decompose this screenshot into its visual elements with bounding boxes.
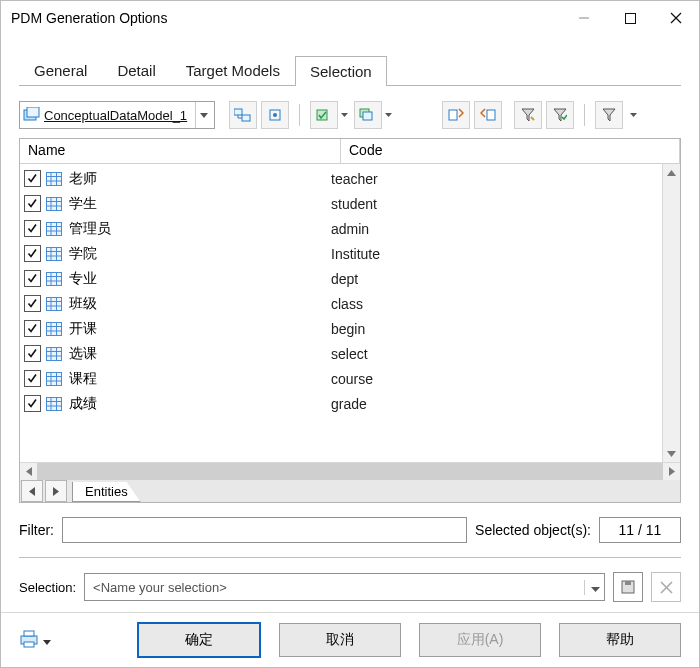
select-all-button[interactable] [310,101,338,129]
row-checkbox[interactable] [24,395,41,412]
row-checkbox[interactable] [24,345,41,362]
svg-marker-86 [43,640,51,645]
svg-rect-22 [47,172,62,185]
select-all-split[interactable] [310,101,350,129]
sheet-next-button[interactable] [45,480,67,502]
save-selection-button[interactable] [613,572,643,602]
filter-tool-button[interactable] [595,101,623,129]
separator [299,104,300,126]
tab-target-models[interactable]: Target Models [171,55,295,85]
object-list: Name Code 老师teacher学生student管理员admin学院In… [19,138,681,503]
dialog-footer: 确定 取消 应用(A) 帮助 [1,612,699,667]
tab-selection[interactable]: Selection [295,56,387,86]
svg-rect-7 [234,109,242,115]
row-checkbox[interactable] [24,220,41,237]
table-row[interactable]: 老师teacher [20,166,680,191]
table-row[interactable]: 课程course [20,366,680,391]
model-combo-label: ConceptualDataModel_1 [44,108,195,123]
refresh-button[interactable] [261,101,289,129]
selection-combo[interactable]: <Name your selection> [84,573,605,601]
use-name-button[interactable] [442,101,470,129]
list-header: Name Code [20,139,680,164]
include-sub-button[interactable] [229,101,257,129]
svg-rect-17 [487,110,495,120]
row-name: 开课 [69,320,331,338]
row-code: teacher [331,171,378,187]
selection-row: Selection: <Name your selection> [19,572,681,602]
sheet-tab-entities[interactable]: Entities [72,482,141,502]
scroll-right-icon[interactable] [663,463,680,480]
chevron-down-icon[interactable] [338,113,350,117]
table-row[interactable]: 学院Institute [20,241,680,266]
filter-edit-button[interactable] [514,101,542,129]
apply-button[interactable]: 应用(A) [419,623,541,657]
filter-apply-button[interactable] [546,101,574,129]
row-name: 班级 [69,295,331,313]
row-name: 选课 [69,345,331,363]
column-code[interactable]: Code [341,139,680,163]
scroll-track[interactable] [37,463,663,480]
deselect-all-button[interactable] [354,101,382,129]
column-name[interactable]: Name [20,139,341,163]
svg-rect-52 [47,322,62,335]
titlebar: PDM Generation Options [1,1,699,35]
table-row[interactable]: 成绩grade [20,391,680,416]
sheet-prev-button[interactable] [21,480,43,502]
entity-icon [45,295,63,313]
row-checkbox[interactable] [24,370,41,387]
table-row[interactable]: 管理员admin [20,216,680,241]
row-code: student [331,196,377,212]
cancel-button[interactable]: 取消 [279,623,401,657]
row-checkbox[interactable] [24,270,41,287]
table-row[interactable]: 开课begin [20,316,680,341]
svg-marker-19 [554,109,566,121]
use-code-button[interactable] [474,101,502,129]
table-row[interactable]: 专业dept [20,266,680,291]
entity-icon [45,220,63,238]
deselect-all-split[interactable] [354,101,394,129]
svg-rect-1 [625,13,635,23]
sheet-bar: Entities [20,480,680,502]
scroll-up-icon[interactable] [663,164,680,181]
row-checkbox[interactable] [24,320,41,337]
svg-rect-80 [625,581,631,585]
print-split-button[interactable] [19,630,51,651]
row-name: 学生 [69,195,331,213]
tab-general[interactable]: General [19,55,102,85]
filter-input[interactable] [62,517,467,543]
svg-rect-9 [270,110,280,120]
row-checkbox[interactable] [24,245,41,262]
tab-detail[interactable]: Detail [102,55,170,85]
ok-button[interactable]: 确定 [137,622,261,658]
horizontal-scrollbar[interactable] [20,462,680,480]
help-button[interactable]: 帮助 [559,623,681,657]
close-button[interactable] [653,3,699,33]
selected-objects-count: 11 / 11 [599,517,681,543]
row-checkbox[interactable] [24,195,41,212]
minimize-button[interactable] [561,3,607,33]
svg-rect-5 [27,107,39,117]
svg-point-10 [273,113,277,117]
svg-marker-78 [591,587,600,592]
scroll-left-icon[interactable] [20,463,37,480]
table-row[interactable]: 选课select [20,341,680,366]
printer-icon [19,630,39,651]
vertical-scrollbar[interactable] [662,164,680,462]
svg-marker-77 [53,487,59,496]
table-row[interactable]: 班级class [20,291,680,316]
svg-marker-75 [669,467,675,476]
maximize-button[interactable] [607,3,653,33]
row-checkbox[interactable] [24,295,41,312]
delete-selection-button[interactable] [651,572,681,602]
row-checkbox[interactable] [24,170,41,187]
svg-rect-83 [21,636,37,644]
table-row[interactable]: 学生student [20,191,680,216]
filter-label: Filter: [19,522,54,538]
model-combo[interactable]: ConceptualDataModel_1 [19,101,215,129]
chevron-down-icon[interactable] [382,113,394,117]
row-name: 学院 [69,245,331,263]
selection-placeholder: <Name your selection> [93,580,227,595]
chevron-down-icon[interactable] [627,113,639,117]
row-code: course [331,371,373,387]
scroll-down-icon[interactable] [663,445,680,462]
